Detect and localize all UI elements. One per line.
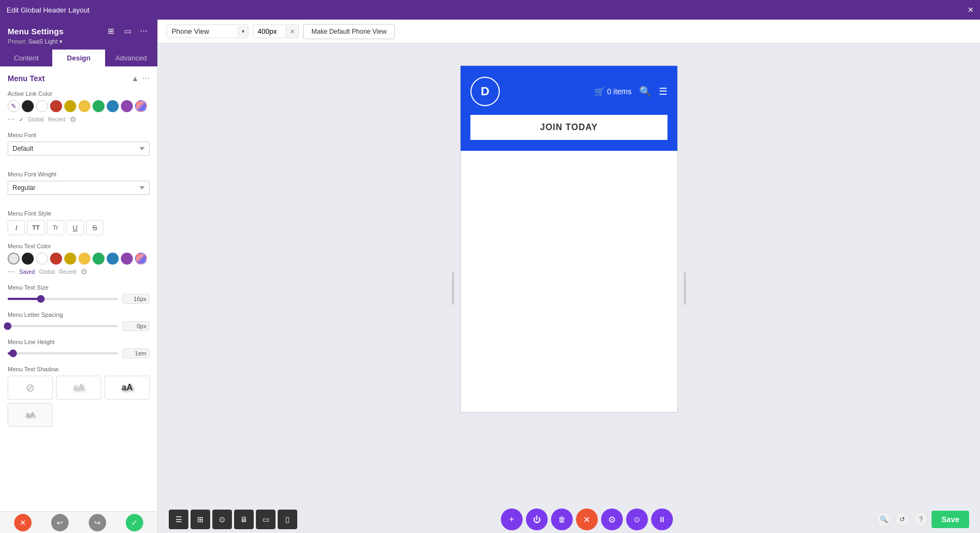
refresh-circle-btn[interactable]: ↺ (895, 512, 910, 527)
phone-btn[interactable]: ▯ (278, 510, 297, 529)
italic-btn[interactable]: I (8, 220, 25, 235)
swatch-yellow-dark[interactable] (64, 100, 76, 112)
resize-handle-left[interactable] (452, 272, 454, 305)
panel-header-icons: ⊞ ▭ ⋯ (105, 25, 150, 37)
swatch-blue[interactable] (107, 100, 119, 112)
panel-icon-btn-3[interactable]: ⋯ (138, 25, 150, 37)
preview-menu-icon[interactable]: ☰ (659, 85, 667, 97)
bold-btn[interactable]: TT (27, 220, 45, 235)
letter-spacing-value: 0px (122, 321, 150, 331)
search-circle-btn[interactable]: 🔍 (876, 512, 891, 527)
menu-font-style-group: Menu Font Style I TT Tr U S (8, 210, 150, 235)
preview-nav-right: 🛒 0 items 🔍 ☰ (594, 85, 667, 97)
redo-button[interactable]: ↪ (89, 514, 106, 531)
letter-spacing-slider[interactable]: 0px (8, 321, 150, 331)
swatch-white-2[interactable] (36, 253, 48, 265)
swatch-red-2[interactable] (50, 253, 62, 265)
menu-text-color-group: Menu Text Color ··· Saved Global (8, 243, 150, 277)
px-input[interactable]: ✕ (253, 24, 299, 38)
capitalize-btn[interactable]: Tr (47, 220, 64, 235)
letter-spacing-track[interactable] (8, 325, 118, 327)
swatch-black[interactable] (22, 100, 34, 112)
text-size-thumb[interactable] (37, 295, 45, 303)
swatch-purple-2[interactable] (121, 253, 133, 265)
swatch-red[interactable] (50, 100, 62, 112)
confirm-button[interactable]: ✓ (126, 514, 143, 531)
help-circle-btn[interactable]: ? (913, 512, 928, 527)
tab-advanced[interactable]: Advanced (105, 50, 157, 66)
swatch-green-2[interactable] (93, 253, 105, 265)
menu-font-style-label: Menu Font Style (8, 210, 150, 217)
menu-font-group: Menu Font Default Arial Georgia Helvetic… (8, 132, 150, 163)
shadow-none[interactable]: ⊘ (8, 376, 53, 400)
resize-handle-right[interactable] (684, 272, 686, 305)
swatch-black-2[interactable] (22, 253, 34, 265)
swatch-yellow-dark-2[interactable] (64, 253, 76, 265)
make-default-button[interactable]: Make Default Phone View (303, 24, 395, 39)
menu-layout-btn[interactable]: ☰ (169, 510, 188, 529)
swatch-white[interactable] (36, 100, 48, 112)
menu-line-height-label: Menu Line Height (8, 339, 150, 345)
shadow-style-4[interactable]: aA (8, 403, 53, 427)
menu-text-color-settings-icon[interactable]: ⚙ (81, 267, 88, 276)
menu-text-size-slider[interactable]: 16px (8, 294, 150, 304)
preview-cart: 🛒 0 items (594, 87, 632, 97)
power-button[interactable]: ⏻ (526, 509, 548, 530)
tab-design[interactable]: Design (52, 50, 105, 66)
px-value-input[interactable] (253, 25, 286, 38)
tablet-btn[interactable]: ▭ (256, 510, 275, 529)
line-height-track[interactable] (8, 352, 118, 354)
tab-content[interactable]: Content (0, 50, 52, 66)
cancel-button[interactable]: ✕ (14, 514, 32, 531)
preview-search-icon[interactable]: 🔍 (639, 85, 651, 97)
active-link-color-label: Active Link Color (8, 90, 150, 97)
font-style-buttons: I TT Tr U S (8, 220, 150, 235)
color-settings-icon[interactable]: ⚙ (70, 115, 77, 124)
shadow-options-2: aA (8, 403, 150, 427)
search-btn[interactable]: ⊙ (212, 510, 232, 529)
eyedropper-swatch[interactable]: ✎ (8, 100, 20, 112)
swatch-custom[interactable] (135, 100, 147, 112)
menu-font-select[interactable]: Default Arial Georgia Helvetica (8, 142, 150, 156)
line-height-slider[interactable]: 1em (8, 348, 150, 358)
remove-button[interactable]: ✕ (576, 509, 598, 530)
view-select[interactable]: Phone View Desktop View Tablet View ▾ (167, 24, 248, 38)
join-today-button[interactable]: JOIN TODAY (470, 115, 667, 140)
view-dropdown[interactable]: Phone View Desktop View Tablet View (167, 25, 238, 38)
top-bar: Edit Global Header Layout × (0, 0, 980, 20)
add-button[interactable]: + (501, 509, 523, 530)
shadow-light[interactable]: aA (56, 376, 101, 400)
swatch-green[interactable] (93, 100, 105, 112)
history-button[interactable]: ⊙ (626, 509, 648, 530)
strikethrough-btn[interactable]: S (86, 220, 103, 235)
text-size-track[interactable] (8, 298, 118, 300)
px-clear-btn[interactable]: ✕ (286, 26, 298, 38)
settings-button[interactable]: ⚙ (601, 509, 623, 530)
close-button[interactable]: × (967, 4, 973, 16)
view-select-arrow: ▾ (238, 26, 248, 36)
letter-spacing-thumb[interactable] (4, 322, 11, 330)
trash-button[interactable]: 🗑 (551, 509, 573, 530)
canvas-preview: D 🛒 0 items 🔍 ☰ JOIN TODAY (158, 44, 980, 533)
undo-button[interactable]: ↩ (51, 514, 69, 531)
swatch-yellow[interactable] (78, 100, 90, 112)
menu-letter-spacing-group: Menu Letter Spacing 0px (8, 311, 150, 331)
underline-btn[interactable]: U (66, 220, 84, 235)
swatch-blue-2[interactable] (107, 253, 119, 265)
swatch-yellow-2[interactable] (78, 253, 90, 265)
shadow-dark[interactable]: aA (105, 376, 150, 400)
swatch-light-selected[interactable] (8, 253, 20, 265)
swatch-custom-2[interactable] (135, 253, 147, 265)
section-more-btn[interactable]: ⋯ (142, 74, 150, 83)
swatch-purple[interactable] (121, 100, 133, 112)
save-button[interactable]: Save (932, 511, 969, 528)
menu-font-weight-select[interactable]: Regular Bold Light Medium (8, 181, 150, 195)
panel-icon-btn-1[interactable]: ⊞ (105, 25, 117, 37)
section-collapse-btn[interactable]: ▲ (131, 74, 139, 83)
panel-icon-btn-2[interactable]: ▭ (121, 25, 133, 37)
line-height-thumb[interactable] (9, 350, 17, 357)
pause-button[interactable]: ⏸ (651, 509, 673, 530)
panel-bottom: ✕ ↩ ↪ ✓ (0, 511, 157, 533)
desktop-btn[interactable]: 🖥 (234, 510, 254, 529)
grid-btn[interactable]: ⊞ (191, 510, 210, 529)
